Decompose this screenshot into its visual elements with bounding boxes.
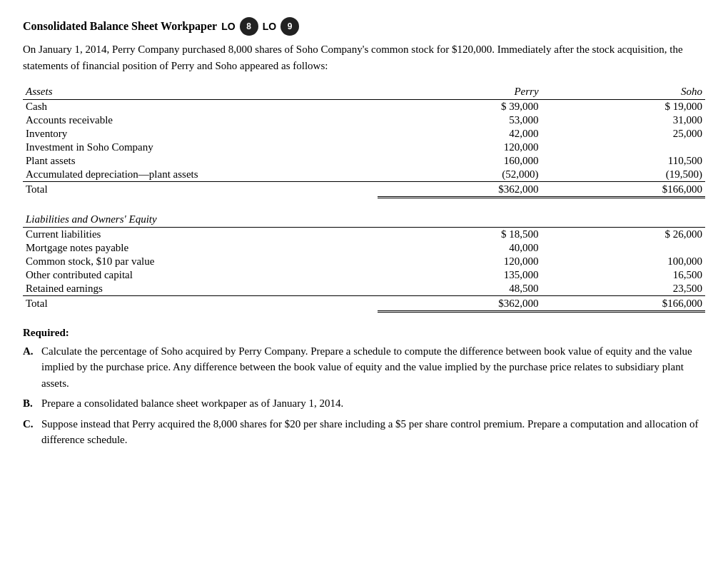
row-perry: 135,000 [378,268,541,282]
row-perry: 48,500 [378,282,541,296]
total-soho: $166,000 [542,295,705,311]
row-soho [542,241,705,255]
page-title: Consolidated Balance Sheet Workpaper LO … [23,17,705,36]
required-title: Required: [23,327,705,339]
row-plant-assets: Plant assets 160,000 110,500 [23,154,705,168]
total-label: Total [23,295,378,311]
row-label: Inventory [23,127,378,141]
req-letter-c: C. [23,416,36,448]
table-header-row: Assets Perry Soho [23,85,705,100]
liabilities-header-row: Liabilities and Owners' Equity [23,205,705,228]
row-retained-earnings: Retained earnings 48,500 23,500 [23,282,705,296]
row-soho: 25,000 [542,127,705,141]
row-other-capital: Other contributed capital 135,000 16,500 [23,268,705,282]
req-letter-b: B. [23,395,36,412]
row-perry: 120,000 [378,141,541,154]
row-perry: $ 18,500 [378,227,541,241]
row-perry: 120,000 [378,255,541,268]
row-liabilities-total: Total $362,000 $166,000 [23,295,705,311]
row-common-stock: Common stock, $10 par value 120,000 100,… [23,255,705,268]
total-perry: $362,000 [378,295,541,311]
row-inventory: Inventory 42,000 25,000 [23,127,705,141]
row-label: Plant assets [23,154,378,168]
row-perry: (52,000) [378,168,541,182]
lo-badge-9: 9 [280,17,299,36]
row-perry: 42,000 [378,127,541,141]
req-text-c: Suppose instead that Perry acquired the … [41,416,705,448]
row-soho: (19,500) [542,168,705,182]
required-item-a: A. Calculate the percentage of Soho acqu… [23,343,705,392]
row-label: Cash [23,100,378,114]
row-soho: $ 26,000 [542,227,705,241]
col-header-label: Assets [23,85,378,100]
spacer-row [23,198,705,205]
row-soho: 110,500 [542,154,705,168]
row-label: Current liabilities [23,227,378,241]
col-header-soho: Soho [542,85,705,100]
row-perry: 160,000 [378,154,541,168]
required-item-c: C. Suppose instead that Perry acquired t… [23,416,705,448]
row-soho: 16,500 [542,268,705,282]
row-accum-depr: Accumulated depreciation—plant assets (5… [23,168,705,182]
row-label: Accumulated depreciation—plant assets [23,168,378,182]
row-current-liabilities: Current liabilities $ 18,500 $ 26,000 [23,227,705,241]
row-perry: $ 39,000 [378,100,541,114]
row-soho: 100,000 [542,255,705,268]
row-label: Common stock, $10 par value [23,255,378,268]
title-text: Consolidated Balance Sheet Workpaper [23,20,217,33]
req-text-a: Calculate the percentage of Soho acquire… [41,343,705,392]
total-perry: $362,000 [378,182,541,198]
row-label: Other contributed capital [23,268,378,282]
total-soho: $166,000 [542,182,705,198]
row-soho: 31,000 [542,113,705,127]
row-soho [542,141,705,154]
required-item-b: B. Prepare a consolidated balance sheet … [23,395,705,412]
row-soho: 23,500 [542,282,705,296]
row-mortgage: Mortgage notes payable 40,000 [23,241,705,255]
lo-badge-8: 8 [240,17,258,36]
row-label: Mortgage notes payable [23,241,378,255]
row-investment: Investment in Soho Company 120,000 [23,141,705,154]
row-perry: 40,000 [378,241,541,255]
intro-paragraph: On January 1, 2014, Perry Company purcha… [23,41,705,73]
req-letter-a: A. [23,343,36,392]
req-text-b: Prepare a consolidated balance sheet wor… [41,395,705,412]
row-ar: Accounts receivable 53,000 31,000 [23,113,705,127]
liabilities-header-label: Liabilities and Owners' Equity [23,205,705,228]
row-label: Investment in Soho Company [23,141,378,154]
financial-table: Assets Perry Soho Cash $ 39,000 $ 19,000… [23,85,705,313]
total-label: Total [23,182,378,198]
row-perry: 53,000 [378,113,541,127]
required-section: Required: A. Calculate the percentage of… [23,327,705,448]
row-label: Accounts receivable [23,113,378,127]
row-label: Retained earnings [23,282,378,296]
row-assets-total: Total $362,000 $166,000 [23,182,705,198]
row-cash: Cash $ 39,000 $ 19,000 [23,100,705,114]
row-soho: $ 19,000 [542,100,705,114]
col-header-perry: Perry [378,85,541,100]
